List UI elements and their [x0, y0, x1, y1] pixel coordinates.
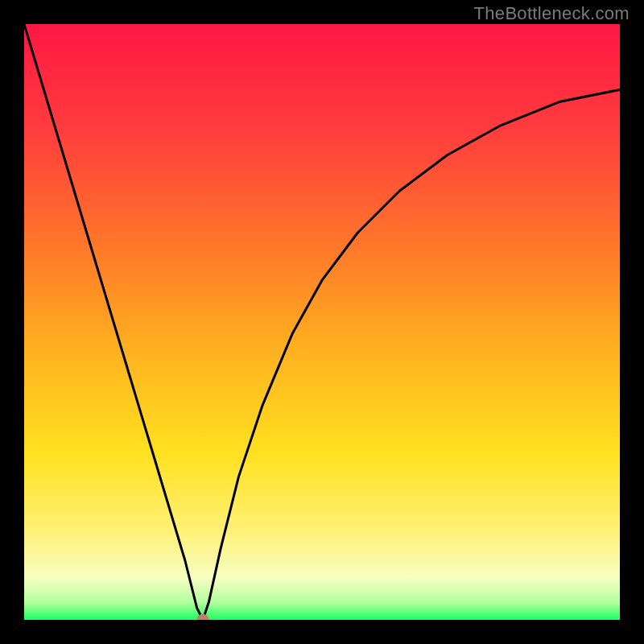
chart-svg	[24, 24, 620, 620]
plot-area	[24, 24, 620, 620]
chart-frame: TheBottleneck.com	[0, 0, 644, 644]
watermark-label: TheBottleneck.com	[474, 3, 630, 24]
